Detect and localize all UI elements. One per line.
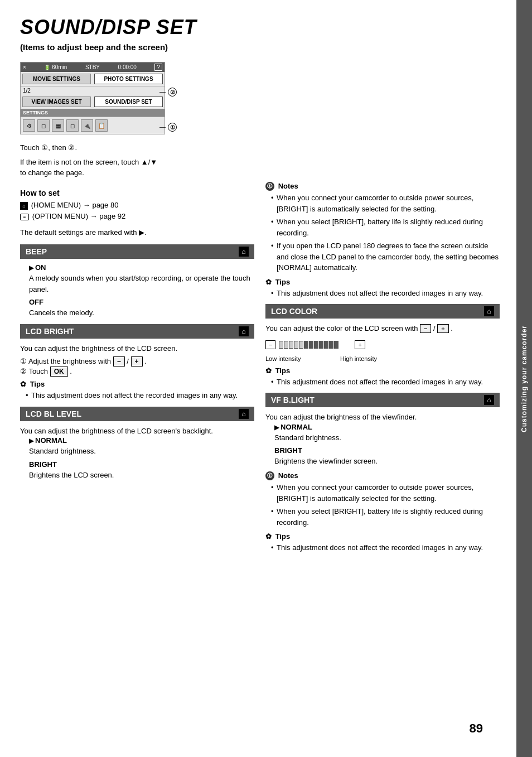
vf-normal-title: NORMAL	[274, 423, 500, 431]
bar-plus-icon: +	[355, 340, 365, 349]
low-intensity-label: Low intensity	[265, 355, 301, 362]
lcd-color-tips-item: This adjustment does not affect the reco…	[271, 377, 500, 388]
annotation-1: —①	[159, 123, 177, 132]
beep-home-btn[interactable]: ⌂	[239, 247, 249, 257]
lcd-bl-normal-subsection: NORMAL Standard brightness.	[29, 436, 254, 457]
notes-icon-top: 🛈	[265, 182, 274, 191]
lcd-bl-level-title: LCD BL LEVEL	[26, 409, 81, 418]
side-tab: Customizing your camcorder	[516, 0, 532, 757]
minus-btn[interactable]: −	[113, 356, 125, 367]
tips-icon-top-right: ✿	[265, 278, 272, 286]
lcd-color-plus[interactable]: +	[437, 324, 448, 333]
bar-seg-10	[324, 341, 328, 349]
page-title: SOUND/DISP SET	[20, 16, 500, 39]
touch-instruction: Touch ①, then ②.	[20, 142, 500, 153]
beep-off-body: Cancels the melody.	[29, 307, 254, 319]
color-labels: Low intensity High intensity	[265, 355, 377, 362]
bar-seg-3	[289, 341, 293, 349]
lcd-color-minus[interactable]: −	[420, 324, 431, 333]
settings-icon-4: ◻	[66, 119, 79, 132]
beep-on-subsection: ON A melody sounds when you start/stop r…	[29, 263, 254, 295]
lcd-bl-bright-title: BRIGHT	[29, 460, 254, 469]
settings-icon-3: ▦	[52, 119, 64, 132]
beep-on-title: ON	[29, 263, 254, 272]
lcd-bl-home-btn[interactable]: ⌂	[239, 409, 249, 419]
tips-icon-vf: ✿	[265, 532, 272, 541]
bar-minus-icon: −	[265, 340, 275, 349]
beep-off-subsection: OFF Cancels the melody.	[29, 298, 254, 319]
notes-section-top: 🛈 Notes When you connect your camcorder …	[265, 182, 500, 273]
photo-settings-btn[interactable]: PHOTO SETTINGS	[94, 74, 163, 84]
vf-tips-item: This adjustment does not affect the reco…	[271, 542, 500, 553]
home-icon: ⌂	[20, 202, 28, 210]
lcd-color-body: You can adjust the color of the LCD scre…	[265, 323, 500, 334]
touch-instruction-2: If the item is not on the screen, touch …	[20, 157, 500, 179]
settings-label: SETTINGS	[23, 110, 48, 115]
bar-seg-12	[334, 341, 338, 349]
page-number-area: 89	[20, 716, 500, 741]
lcd-bright-header: LCD BRIGHT ⌂	[20, 324, 254, 339]
bar-seg-1	[279, 341, 283, 349]
page-indicator: 1/2	[23, 88, 31, 94]
tips-icon-lcd-color: ✿	[265, 367, 272, 375]
status-indicator: STBY	[85, 64, 100, 70]
beep-section-header: BEEP ⌂	[20, 244, 254, 259]
option-icon: ≡	[20, 214, 29, 220]
bar-seg-5	[299, 341, 303, 349]
vf-bright-title: BRIGHT	[274, 446, 500, 455]
notes-item-1: When you connect your camcorder to outsi…	[271, 192, 500, 214]
vf-normal-body: Standard brightness.	[274, 432, 500, 443]
vf-bright-body: Brightens the viewfinder screen.	[274, 456, 500, 467]
bar-seg-7	[309, 341, 313, 349]
settings-icon-2: ◻	[37, 119, 50, 132]
lcd-bl-bright-body: Brightens the LCD screen.	[29, 470, 254, 481]
bar-seg-8	[314, 341, 318, 349]
beep-on-body: A melody sounds when you start/stop reco…	[29, 273, 254, 295]
color-bar-container: −	[265, 340, 500, 350]
sound-disp-btn[interactable]: SOUND/DISP SET	[94, 97, 163, 107]
bar-seg-2	[284, 341, 288, 349]
movie-settings-btn[interactable]: MOVIE SETTINGS	[22, 74, 91, 84]
vf-tips-section: ✿ Tips This adjustment does not affect t…	[265, 532, 500, 553]
beep-title: BEEP	[26, 247, 47, 256]
vf-bright-subsection: BRIGHT Brightens the viewfinder screen.	[274, 446, 500, 467]
bar-seg-9	[319, 341, 323, 349]
vf-notes-title-label: Notes	[278, 471, 298, 480]
tips-section-top-right: ✿ Tips This adjustment does not affect t…	[265, 278, 500, 299]
lcd-color-home-btn[interactable]: ⌂	[484, 306, 494, 316]
plus-btn[interactable]: +	[131, 356, 143, 367]
notes-item-3: If you open the LCD panel 180 degrees to…	[271, 240, 500, 273]
bar-seg-4	[294, 341, 298, 349]
annotation-2: —②	[159, 88, 177, 97]
home-menu-line: ⌂ (HOME MENU) → page 80	[20, 200, 254, 211]
lcd-bl-level-header: LCD BL LEVEL ⌂	[20, 407, 254, 421]
notes-title-label: Notes	[278, 182, 298, 190]
view-images-btn[interactable]: VIEW IMAGES SET	[22, 97, 91, 107]
notes-item-2: When you select [BRIGHT], battery life i…	[271, 216, 500, 238]
beep-off-title: OFF	[29, 298, 254, 306]
vf-blight-home-btn[interactable]: ⌂	[484, 395, 494, 405]
bar-seg-11	[329, 341, 333, 349]
screen-mockup: × 🔋 60min STBY 0:00:00 ? MOVIE SETTINGS …	[20, 62, 165, 134]
lcd-bright-title: LCD BRIGHT	[26, 327, 74, 336]
color-bar-track	[279, 340, 351, 350]
default-settings-text: The default settings are marked with ▶.	[20, 228, 254, 237]
vf-notes-item-1: When you connect your camcorder to outsi…	[271, 482, 500, 504]
high-intensity-label: High intensity	[340, 355, 377, 362]
close-icon: ×	[23, 64, 26, 70]
time-display: 0:00:00	[118, 64, 137, 70]
how-to-set-title: How to set	[20, 189, 254, 197]
page-number: 89	[470, 721, 483, 736]
lcd-bright-home-btn[interactable]: ⌂	[239, 326, 249, 336]
lcd-bright-tips: ✿ Tips This adjustment does not affect t…	[20, 380, 254, 401]
lcd-color-title: LCD COLOR	[271, 307, 317, 316]
tips-item-top-right: This adjustment does not affect the reco…	[271, 288, 500, 299]
tips-icon: ✿	[20, 380, 26, 388]
vf-blight-title: VF B.LIGHT	[271, 396, 315, 404]
option-menu-line: ≡ (OPTION MENU) → page 92	[20, 211, 254, 223]
ok-btn[interactable]: OK	[50, 367, 68, 377]
page-subtitle: (Items to adjust beep and the screen)	[20, 42, 500, 52]
vf-blight-header: VF B.LIGHT ⌂	[265, 393, 500, 407]
settings-icon-6: 📋	[95, 119, 108, 132]
vf-normal-subsection: NORMAL Standard brightness.	[274, 423, 500, 443]
